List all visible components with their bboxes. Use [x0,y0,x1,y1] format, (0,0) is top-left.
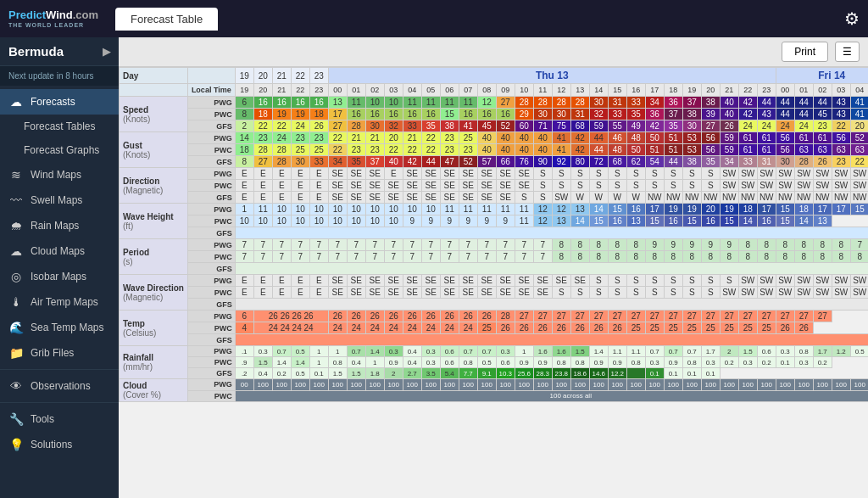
sidebar-item-forecast-graphs[interactable]: Forecast Graphs [0,138,119,162]
update-bar: Next update in 8 hours [0,66,119,86]
sidebar-item-sea-temp-maps[interactable]: 🌊 Sea Temp Maps [0,315,119,340]
forecasts-label: Forecasts [31,96,75,108]
print-button[interactable]: Print [782,42,828,62]
location-arrow: ▶ [103,46,110,58]
isobar-icon: ◎ [8,270,24,283]
table-row: PWC EEEEE SESESESESESESESESESESESESSSSSS… [120,287,869,299]
sidebar-item-air-temp-maps[interactable]: 🌡 Air Temp Maps [0,289,119,315]
table-row: PWC EEEEE SESESESESESESESESESESESSSSSSSS… [120,180,869,192]
forecasts-icon: ☁ [8,95,24,109]
table-row: GFS .2 0.4 0.2 0.5 0.1 1.5 1.5 1.8 2 2.7… [120,368,869,379]
table-row: Rainfall(mm/hr) PWG .1 0.3 0.7 0.5 1 1 0… [120,346,869,357]
table-row: PWC 4 24 24 24 24 24 24 24 24 24 24 24 2… [120,322,869,334]
sidebar-item-swell-maps[interactable]: 〰 Swell Maps [0,187,119,213]
sidebar-item-forecasts[interactable]: ☁ Forecasts [0,89,119,115]
table-row: GFS 8 27 28 30 33 34 35 37 40 42 44 47 5… [120,156,869,168]
table-row: Gust(Knots) PWG 14 23 24 23 23 22 21 21 … [120,132,869,144]
table-row: PWC .9 1.5 1.4 1.4 1 0.8 0.4 1 0.9 0.4 0… [120,357,869,368]
local-time-label [187,68,235,84]
sidebar-item-rain-maps[interactable]: 🌧 Rain Maps [0,213,119,238]
table-row: Cloud(Cover %) PWG 00 100 100 100 100 10… [120,379,869,391]
logo: PredictWind.com THE WORLD LEADER [8,8,98,29]
table-row: Temp(Celsius) PWG 6 26 26 26 26 26 26 26… [120,311,869,322]
table-row: GFS EEEEE SESESESESESESESESESESSSWWWWWNW… [120,192,869,204]
location-name: Bermuda [8,44,64,59]
table-row: GFS 2 22 22 24 26 27 28 30 32 33 35 38 4… [120,120,869,132]
rain-icon: 🌧 [8,219,24,232]
grib-icon: 📁 [8,346,24,360]
table-row: Wave Height(ft) PWG 1 11 10 10 10 10 10 … [120,204,869,215]
obs-icon: 👁 [8,379,24,393]
table-row: PWC 10 10 10 10 10 10 10 10 10 9 9 9 9 [120,215,869,227]
table-row: PWC 18 28 28 25 25 22 23 23 22 22 22 23 … [120,144,869,156]
table-row: GFS [120,334,869,346]
table-row: PWC 7 7 7 7 7 7 7 7 7 7 7 7 7 7 [120,251,869,263]
forecast-table: Day 19 20 21 22 23 Thu 13 Fri 14 Local T… [119,67,868,402]
swell-icon: 〰 [8,193,24,207]
table-row: PWC 8 18 19 19 18 17 16 16 16 16 16 15 1… [120,109,869,120]
solutions-icon: 💡 [8,438,24,451]
table-row: PWC 100 across all [120,390,869,402]
toolbar: Print ☰ [119,37,868,67]
main-content: Print ☰ [119,37,868,498]
gear-icon[interactable]: ⚙ [844,8,860,29]
day-label: Day [120,68,188,84]
table-row: GFS [120,227,869,239]
nav-section: ☁ Forecasts Forecast Tables Forecast Gra… [0,86,119,461]
airtemp-icon: 🌡 [8,295,24,309]
table-row: Period(s) PWG 7 7 7 7 7 7 7 7 7 7 7 7 [120,239,869,251]
sidebar-item-solutions[interactable]: 💡 Solutions [0,432,119,457]
sidebar-item-wind-maps[interactable]: ≋ Wind Maps [0,162,119,187]
sidebar-item-observations[interactable]: 👁 Observations [0,373,119,399]
wind-icon: ≋ [8,168,24,182]
seatemp-icon: 🌊 [8,321,24,334]
cloud-icon: ☁ [8,244,24,258]
menu-button[interactable]: ☰ [835,42,860,62]
table-row: GFS [120,299,869,311]
sidebar-item-cloud-maps[interactable]: ☁ Cloud Maps [0,238,119,264]
table-row: Direction(Magnetic) PWG EEEEE SESESEESES… [120,168,869,180]
table-row: GFS [120,263,869,275]
tools-icon: 🔧 [8,412,24,426]
sidebar-item-forecast-tables[interactable]: Forecast Tables [0,115,119,138]
sidebar-item-isobar-maps[interactable]: ◎ Isobar Maps [0,264,119,289]
forecast-tables-label: Forecast Tables [24,120,96,132]
sidebar-item-grib-files[interactable]: 📁 Grib Files [0,340,119,366]
header: PredictWind.com THE WORLD LEADER Forecas… [0,0,868,37]
location-bar[interactable]: Bermuda ▶ [0,37,119,66]
sidebar: Bermuda ▶ Next update in 8 hours ☁ Forec… [0,37,119,498]
sidebar-item-tools[interactable]: 🔧 Tools [0,406,119,432]
forecast-graphs-label: Forecast Graphs [24,144,99,156]
table-container[interactable]: Day 19 20 21 22 23 Thu 13 Fri 14 Local T… [119,67,868,498]
table-row: Speed(Knots) PWG 6 16 16 16 16 13 11 10 … [120,97,869,109]
table-row: Wave Direction(Magnetic) PWG EEEEE SESES… [120,275,869,287]
forecast-table-tab[interactable]: Forecast Table [115,8,218,31]
